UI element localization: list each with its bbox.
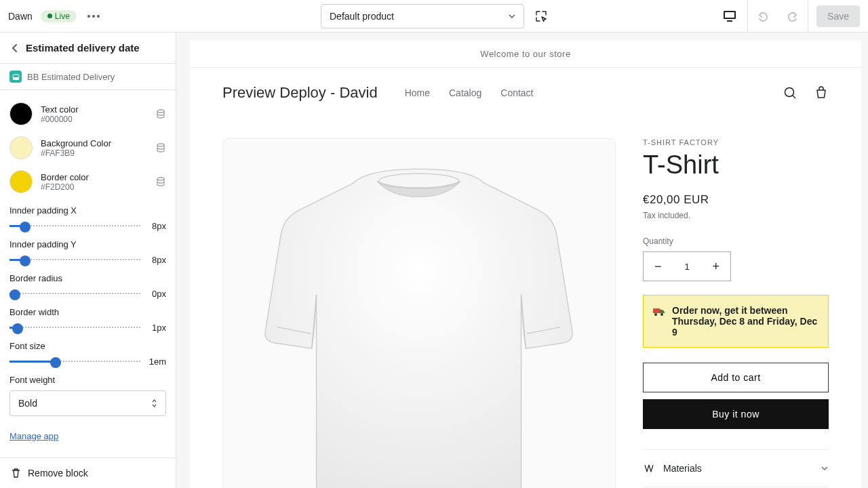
chevron-down-icon <box>821 466 829 471</box>
font-weight-label: Font weight <box>9 375 166 385</box>
materials-icon <box>643 462 655 474</box>
slider[interactable] <box>9 259 140 261</box>
slider-thumb[interactable] <box>50 357 61 368</box>
remove-block-button[interactable]: Remove block <box>0 458 176 488</box>
slider-label: Innder padding Y <box>9 239 166 249</box>
svg-point-7 <box>785 88 794 97</box>
quantity-value: 1 <box>673 252 702 281</box>
live-badge: Live <box>41 10 77 22</box>
quantity-decrease[interactable]: − <box>644 252 673 281</box>
color-setting-row[interactable]: Border color #F2D200 <box>9 165 166 199</box>
slider-value: 1px <box>147 323 166 333</box>
dynamic-source-icon[interactable] <box>155 176 166 187</box>
truck-icon <box>653 307 665 317</box>
font-weight-select[interactable]: Bold <box>9 390 166 416</box>
search-icon[interactable] <box>783 85 797 100</box>
svg-point-10 <box>654 313 657 316</box>
slider-label: Font size <box>9 341 166 351</box>
add-to-cart-button[interactable]: Add to cart <box>643 363 829 392</box>
undo-button[interactable] <box>748 0 778 33</box>
live-label: Live <box>55 12 70 21</box>
redo-button[interactable] <box>778 0 808 33</box>
store-name[interactable]: Preview Deploy - David <box>222 84 378 102</box>
buy-now-button[interactable]: Buy it now <box>643 399 829 429</box>
product-title: T-Shirt <box>643 150 829 180</box>
svg-rect-1 <box>725 12 734 18</box>
save-button[interactable]: Save <box>816 5 860 27</box>
color-swatch[interactable] <box>9 136 33 159</box>
color-label: Text color <box>41 104 147 115</box>
slider[interactable] <box>9 293 140 295</box>
color-hex: #000000 <box>41 115 147 124</box>
product-image[interactable] <box>222 138 616 488</box>
trash-icon <box>11 468 21 479</box>
svg-point-5 <box>157 144 164 146</box>
slider-label: Border width <box>9 307 166 317</box>
caret-down-icon <box>509 14 515 18</box>
tshirt-image <box>233 146 605 488</box>
remove-block-label: Remove block <box>28 468 88 479</box>
color-hex: #FAF3B9 <box>41 148 147 158</box>
svg-point-4 <box>157 110 164 113</box>
product-price: €20,00 EUR <box>643 193 829 207</box>
dynamic-source-icon[interactable] <box>155 142 166 153</box>
announcement-bar: Welcome to our store <box>190 41 861 68</box>
color-setting-row[interactable]: Text color #000000 <box>9 97 166 131</box>
font-weight-value: Bold <box>18 398 37 409</box>
manage-app-link[interactable]: Manage app <box>9 423 166 453</box>
color-label: Background Color <box>41 138 147 148</box>
slider-value: 1em <box>147 357 166 367</box>
chevron-left-icon <box>11 43 18 53</box>
theme-name: Dawn <box>8 11 33 22</box>
app-icon <box>9 70 22 83</box>
app-name: BB Estimated Delivery <box>27 72 115 82</box>
dynamic-source-icon[interactable] <box>155 108 166 119</box>
nav-link[interactable]: Contact <box>500 87 533 98</box>
sidebar-title: Estimated delivery date <box>26 42 140 54</box>
slider[interactable] <box>9 327 140 329</box>
svg-rect-3 <box>13 77 19 80</box>
product-vendor: T-SHIRT FACTORY <box>643 138 829 146</box>
delivery-text: Order now, get it between Thursday, Dec … <box>672 305 818 338</box>
section-picker-icon[interactable] <box>535 10 547 22</box>
color-swatch[interactable] <box>9 102 33 125</box>
redo-icon <box>786 9 800 23</box>
slider[interactable] <box>9 361 140 363</box>
cart-icon[interactable] <box>814 85 829 100</box>
accordion-item[interactable]: Materials <box>643 450 829 487</box>
color-setting-row[interactable]: Background Color #FAF3B9 <box>9 131 166 165</box>
slider-value: 8px <box>147 221 166 231</box>
slider[interactable] <box>9 225 140 227</box>
slider-thumb[interactable] <box>12 323 23 334</box>
live-dot-icon <box>47 14 52 18</box>
svg-point-11 <box>660 313 663 316</box>
nav-link[interactable]: Catalog <box>449 87 481 98</box>
product-selector-label: Default product <box>330 11 394 22</box>
slider-thumb[interactable] <box>20 222 31 232</box>
preview-frame: Welcome to our store Preview Deploy - Da… <box>190 41 861 488</box>
color-swatch[interactable] <box>9 170 33 193</box>
slider-label: Innder padding X <box>9 205 166 216</box>
select-sort-icon <box>151 399 157 408</box>
svg-rect-9 <box>653 308 660 313</box>
undo-icon <box>756 9 770 23</box>
nav-link[interactable]: Home <box>405 87 430 98</box>
desktop-icon[interactable] <box>717 4 742 28</box>
accordion-label: Materials <box>663 463 702 474</box>
more-icon[interactable] <box>85 12 102 20</box>
color-hex: #F2D200 <box>41 182 147 192</box>
slider-thumb[interactable] <box>20 256 31 266</box>
color-label: Border color <box>41 172 147 182</box>
svg-rect-2 <box>727 20 732 22</box>
product-selector[interactable]: Default product <box>321 4 524 28</box>
delivery-estimate-box: Order now, get it between Thursday, Dec … <box>643 295 829 348</box>
back-button[interactable] <box>11 43 18 53</box>
quantity-increase[interactable]: + <box>701 252 730 281</box>
svg-point-6 <box>157 178 164 180</box>
slider-thumb[interactable] <box>9 289 20 300</box>
quantity-label: Quantity <box>643 237 829 246</box>
slider-value: 0px <box>147 289 166 299</box>
slider-label: Border radius <box>9 273 166 283</box>
quantity-stepper: − 1 + <box>643 251 731 281</box>
tax-note: Tax included. <box>643 211 829 220</box>
